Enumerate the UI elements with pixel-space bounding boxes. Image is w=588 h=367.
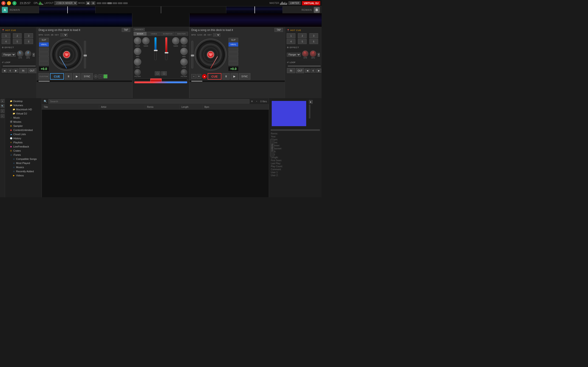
side-icon-3[interactable]: ≡ bbox=[1, 109, 4, 113]
sidebar-virtualdj[interactable]: 📁 Virtual DJ bbox=[5, 111, 42, 116]
sidebar-desktop[interactable]: 📁 Desktop bbox=[5, 99, 42, 103]
sidebar-recently-added[interactable]: ♫ Recently Added bbox=[5, 169, 42, 173]
extra-btn-a-2[interactable] bbox=[39, 52, 49, 56]
cue-btn-b[interactable]: CUE bbox=[208, 73, 221, 80]
th-title[interactable]: Title bbox=[42, 105, 99, 109]
play-btn-a[interactable]: ▶ bbox=[73, 73, 80, 80]
loop-prev-a[interactable]: ◀ bbox=[2, 69, 7, 73]
headphone-btn-left[interactable]: 🎧 bbox=[155, 71, 160, 75]
extra-btn-a-1[interactable] bbox=[39, 48, 49, 52]
extra-btn-b-3[interactable] bbox=[229, 57, 238, 61]
effect-select-b[interactable]: Flanger bbox=[287, 53, 301, 57]
mid-knob-right-ctrl[interactable] bbox=[180, 48, 188, 55]
sidebar-videos[interactable]: ▶ Videos bbox=[5, 173, 42, 177]
sidebar-movies[interactable]: 🎬 Movies bbox=[5, 120, 42, 124]
filter-knob-right[interactable] bbox=[181, 69, 187, 75]
tap-btn-b[interactable]: TAP bbox=[275, 28, 283, 32]
sidebar-mostplayed[interactable]: ♫ Most Played bbox=[5, 161, 42, 165]
sidebar-content[interactable]: ◉ ContentUnlimited bbox=[5, 128, 42, 132]
trans-icon-a-2[interactable]: − bbox=[99, 74, 103, 78]
hc-btn-a-4[interactable]: 4 bbox=[2, 39, 10, 44]
hc-btn-b-2[interactable]: 2 bbox=[298, 33, 307, 38]
sidebar-macintosh[interactable]: 📁 Macintosh HD bbox=[5, 107, 42, 111]
sidebar-volumes[interactable]: 📂 Volumes bbox=[5, 103, 42, 107]
sidebar-sampler[interactable]: ⊞ Sampler bbox=[5, 124, 42, 128]
th-artist[interactable]: Artist bbox=[99, 105, 145, 109]
mixer-tab-master[interactable]: MASTER bbox=[175, 32, 188, 36]
minus-btn-b[interactable]: − bbox=[191, 74, 196, 79]
loop-slider-a[interactable] bbox=[3, 66, 36, 67]
crossfader-track[interactable] bbox=[134, 79, 187, 81]
effect-plus-b[interactable]: + bbox=[318, 53, 320, 57]
low-knob-right-ctrl[interactable] bbox=[180, 58, 188, 66]
out-btn-b[interactable]: OUT bbox=[296, 68, 304, 73]
slip-btn-a[interactable]: SLIP bbox=[39, 38, 49, 42]
str-knob-b[interactable] bbox=[302, 50, 309, 57]
hc-btn-b-4[interactable]: 4 bbox=[287, 39, 295, 44]
limiter-button[interactable]: LIMITER bbox=[288, 1, 301, 5]
maximize-button[interactable]: + bbox=[12, 1, 17, 5]
spd-knob-a[interactable] bbox=[25, 50, 31, 57]
high-knob-right-ctrl[interactable] bbox=[180, 37, 188, 44]
gain-knob-left-ctrl[interactable] bbox=[142, 37, 149, 44]
effect-plus-a[interactable]: + bbox=[33, 53, 35, 57]
pitch-fader-b[interactable] bbox=[191, 41, 193, 68]
in-btn-a[interactable]: IN bbox=[19, 68, 27, 73]
th-remix[interactable]: Remix bbox=[145, 105, 180, 109]
out-btn-a[interactable]: OUT bbox=[28, 68, 36, 73]
th-length[interactable]: Length bbox=[180, 105, 203, 109]
loop-prev-b[interactable]: ◀ bbox=[305, 69, 310, 73]
hc-btn-b-1[interactable]: 1 bbox=[287, 33, 295, 38]
sidebar-cloud[interactable]: ☁ Cloud Lists bbox=[5, 132, 42, 136]
hc-btn-a-5[interactable]: 5 bbox=[13, 39, 22, 44]
record-btn-b[interactable]: ● bbox=[202, 74, 207, 79]
side-icon-1[interactable]: ▲ bbox=[1, 99, 4, 103]
vinyl-btn-a[interactable]: VINYL bbox=[39, 42, 49, 47]
low-knob-left-ctrl[interactable] bbox=[134, 58, 141, 66]
loop-next-b[interactable]: ▶ bbox=[316, 69, 321, 73]
loop-next-a[interactable]: ▶ bbox=[13, 69, 18, 73]
hc-btn-a-6[interactable]: 6 bbox=[24, 39, 33, 44]
mixer-tab-scratch[interactable]: SCRATCH bbox=[161, 32, 174, 36]
mixer-tab-mixer[interactable]: MIXER bbox=[133, 32, 147, 36]
spd-knob-b[interactable] bbox=[310, 50, 316, 57]
search-clear-btn[interactable]: ✕ bbox=[251, 100, 253, 103]
sidebar-compatible[interactable]: ♫ Compatible Songs bbox=[5, 157, 42, 161]
trans-icon-a-3[interactable]: + bbox=[103, 74, 107, 78]
sync-btn-a[interactable]: SYNC bbox=[81, 73, 93, 80]
key-selector-a[interactable]: --- bbox=[61, 33, 68, 36]
folders-tab[interactable]: folders bbox=[270, 139, 274, 156]
side-icon-2[interactable]: 🔍 bbox=[1, 104, 4, 108]
hc-btn-a-3[interactable]: 3 bbox=[24, 33, 33, 38]
sidebar-playlists[interactable]: ≡ Playlists bbox=[5, 140, 42, 144]
mode-button-2[interactable]: ⊞ bbox=[91, 1, 95, 5]
extra-btn-a-3[interactable] bbox=[39, 57, 49, 61]
mixer-select[interactable]: 2 DECK MIXER bbox=[54, 1, 77, 5]
pause-btn-a[interactable]: ⏸ bbox=[65, 73, 72, 80]
mixer-tab-video[interactable]: VIDEO bbox=[147, 32, 161, 36]
hc-btn-b-3[interactable]: 3 bbox=[309, 33, 318, 38]
vinyl-btn-b[interactable]: VINYL bbox=[229, 42, 238, 47]
search-input[interactable] bbox=[48, 99, 250, 104]
mid-knob-left-ctrl[interactable] bbox=[134, 48, 141, 55]
gain-knob-right-ctrl[interactable] bbox=[172, 37, 179, 44]
custom-btn-a[interactable]: CUSTOM bbox=[39, 73, 49, 80]
filter-knob-left[interactable] bbox=[134, 69, 141, 75]
sidebar-music[interactable]: ♪ Music bbox=[5, 116, 42, 120]
info-play-btn[interactable]: ▶ bbox=[309, 100, 313, 104]
mode-button-1[interactable]: ▣ bbox=[86, 1, 90, 5]
hc-btn-b-5[interactable]: 5 bbox=[298, 39, 307, 44]
hc-btn-b-6[interactable]: 6 bbox=[309, 39, 318, 44]
extra-btn-b-4[interactable] bbox=[229, 61, 238, 65]
sandbox-btn[interactable]: SANDBOX bbox=[133, 28, 145, 31]
close-button[interactable]: ✕ bbox=[1, 1, 6, 5]
high-knob-left-ctrl[interactable] bbox=[134, 37, 141, 44]
extra-btn-b-2[interactable] bbox=[229, 52, 238, 56]
hc-btn-a-2[interactable]: 2 bbox=[13, 33, 22, 38]
sidebar-livefeedback[interactable]: ◉ LiveFeedback bbox=[5, 144, 42, 149]
hc-btn-a-1[interactable]: 1 bbox=[2, 33, 10, 38]
str-knob-a[interactable] bbox=[17, 50, 23, 57]
extra-btn-a-4[interactable] bbox=[39, 61, 49, 65]
pause-btn-b[interactable]: ⏸ bbox=[222, 73, 230, 80]
effect-select-a[interactable]: Flanger bbox=[2, 53, 16, 57]
